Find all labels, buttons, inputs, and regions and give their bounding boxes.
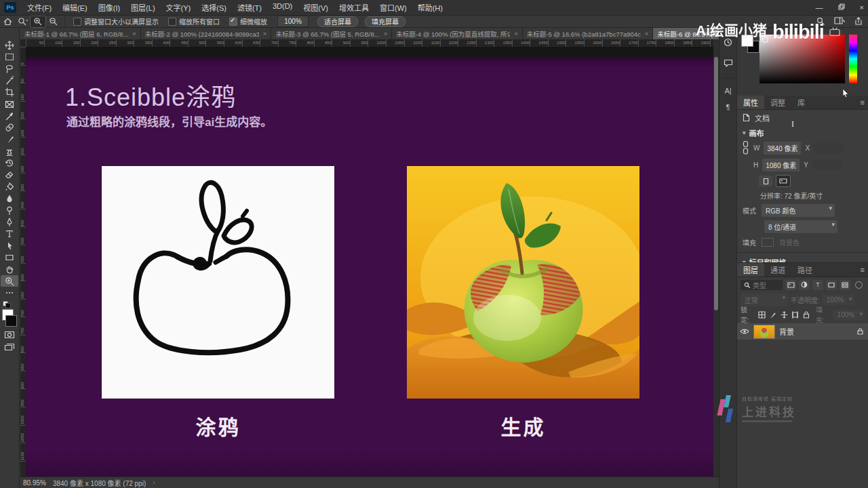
blur-tool[interactable] [1,192,18,204]
close-button[interactable]: × [860,3,864,12]
zoom-in-button[interactable] [30,16,46,28]
crop-tool[interactable] [1,87,18,98]
filter-pixel-layers-icon[interactable] [785,280,796,290]
menu-item[interactable]: 3D(D) [267,0,298,15]
document-tab[interactable]: 未标题-5 @ 16.6% (b2a81a7bc77a904c19b3d3...… [523,28,654,39]
lock-pixels-icon[interactable] [769,310,777,319]
share-icon[interactable] [854,17,863,26]
ruler-origin-corner[interactable] [20,39,26,47]
lock-artboard-icon[interactable] [791,310,799,319]
pen-tool[interactable] [1,216,18,228]
fit-screen-button[interactable]: 适合屏幕 [317,16,358,27]
canvas[interactable]: 1.Sceibble涂鸦 通过粗略的涂鸦线段，引导ai生成内容。 [26,57,713,476]
menu-item[interactable]: 图层(L) [125,0,160,15]
document-tab[interactable]: 未标题-2 @ 100% (224160084-9099ca3f64411...… [141,28,272,39]
height-value-field[interactable]: 1080 像素 [762,159,800,171]
menu-item[interactable]: 帮助(H) [412,0,448,15]
marquee-tool[interactable] [1,51,18,62]
lock-all-icon[interactable] [802,310,810,319]
filter-toggle-icon[interactable] [855,281,863,289]
menu-item[interactable]: 窗口(W) [374,0,412,15]
close-tab-icon[interactable]: × [384,30,388,37]
close-tab-icon[interactable]: × [263,30,267,37]
close-tab-icon[interactable]: × [645,30,649,37]
menu-item[interactable]: 图像(I) [93,0,125,15]
default-colors-icon[interactable] [1,299,18,307]
fill-swatch[interactable] [762,238,774,247]
chevron-down-icon[interactable]: ▾ [743,129,746,136]
scrollbar-thumb[interactable] [714,57,718,310]
layer-filter-search[interactable]: 类型 [741,280,783,290]
tab-channels[interactable]: 通道 [764,263,791,277]
menu-item[interactable]: 选择(S) [196,0,232,15]
bit-depth-dropdown[interactable]: 8 位/通道 [764,220,837,233]
fill-screen-button[interactable]: 填充屏幕 [365,16,406,27]
status-menu-chevron[interactable]: › [153,479,155,486]
filter-smart-objects-icon[interactable] [840,280,850,290]
zoom-tool[interactable] [1,275,18,287]
character-panel-icon[interactable]: A| [724,87,731,95]
layer-thumbnail[interactable] [753,325,775,339]
menu-item[interactable]: 文字(Y) [161,0,197,15]
document-tab[interactable]: 未标题-1 @ 66.7% (图层 6, RGB/8... × [20,28,141,39]
foreground-background-swatches[interactable] [1,309,18,327]
frame-tool[interactable] [1,98,18,110]
lasso-tool[interactable] [1,63,18,75]
eyedropper-tool[interactable] [1,110,18,121]
comment-panel-icon[interactable] [724,58,733,70]
filter-adjustment-layers-icon[interactable] [799,280,810,290]
resize-window-checkbox[interactable]: 调整窗口大小以满屏显示 [73,16,159,26]
document-tab[interactable]: 未标题-4 @ 100% (因为是直线提取, 所以 ML... × [392,28,523,39]
type-tool[interactable] [1,228,18,239]
menu-item[interactable]: 文件(F) [22,0,57,15]
screen-mode-icon[interactable] [1,341,18,352]
tab-layers[interactable]: 图层 [737,263,764,277]
brush-tool[interactable] [1,134,18,145]
home-icon[interactable] [0,16,15,27]
landscape-orientation-button[interactable] [776,175,791,187]
paragraph-panel-icon[interactable]: ¶ [726,103,730,111]
status-zoom-field[interactable]: 80.95% [23,479,46,487]
menu-item[interactable]: 编辑(E) [57,0,93,15]
menu-item[interactable]: 滤镜(T) [232,0,267,15]
zoom-out-button[interactable] [46,16,61,27]
tab-adjustments[interactable]: 调整 [764,96,791,109]
panel-menu-icon[interactable]: ≡ [861,266,865,274]
menu-item[interactable]: 增效工具 [334,0,374,15]
hue-slider[interactable] [849,35,857,83]
menu-item[interactable]: 视图(V) [298,0,334,15]
quick-mask-icon[interactable] [1,329,18,341]
close-tab-icon[interactable]: × [132,30,136,37]
layer-row-background[interactable]: 背景 [737,323,868,340]
scrubby-zoom-checkbox[interactable]: 细微缩放 [229,16,267,26]
tab-paths[interactable]: 路径 [791,263,818,277]
panel-menu-icon[interactable]: ≡ [861,98,865,106]
restore-button[interactable] [838,3,845,12]
rectangle-tool[interactable] [1,251,18,263]
history-brush-tool[interactable] [1,157,18,169]
width-value-field[interactable]: 3840 像素 [764,142,801,155]
path-select-tool[interactable] [1,240,18,251]
color-mode-dropdown[interactable]: RGB 颜色 [762,204,835,217]
eraser-tool[interactable] [1,169,18,180]
zoom-tool-icon[interactable] [15,16,30,27]
clone-stamp-tool[interactable] [1,146,18,157]
hand-tool[interactable] [1,263,18,274]
zoom-all-windows-checkbox[interactable]: 缩放所有窗口 [168,16,220,26]
minimize-button[interactable]: — [816,3,823,12]
paint-bucket-tool[interactable] [1,181,18,192]
tab-properties[interactable]: 属性 [737,96,764,109]
lock-transparency-icon[interactable] [758,310,766,319]
move-tool[interactable] [1,39,18,51]
tab-libraries[interactable]: 库 [791,96,811,109]
lock-position-icon[interactable] [780,310,788,319]
dodge-tool[interactable] [1,204,18,216]
zoom-percent-input[interactable] [277,16,309,27]
filter-shape-layers-icon[interactable] [826,280,837,290]
edit-toolbar-icon[interactable] [1,287,18,298]
visibility-eye-icon[interactable] [740,325,749,338]
link-dimensions-icon[interactable] [743,140,749,157]
close-tab-icon[interactable]: × [514,30,518,37]
document-tab[interactable]: 未标题-3 @ 66.7% (图层 5, RGB/8... × [271,28,392,39]
quick-selection-tool[interactable] [1,75,18,86]
